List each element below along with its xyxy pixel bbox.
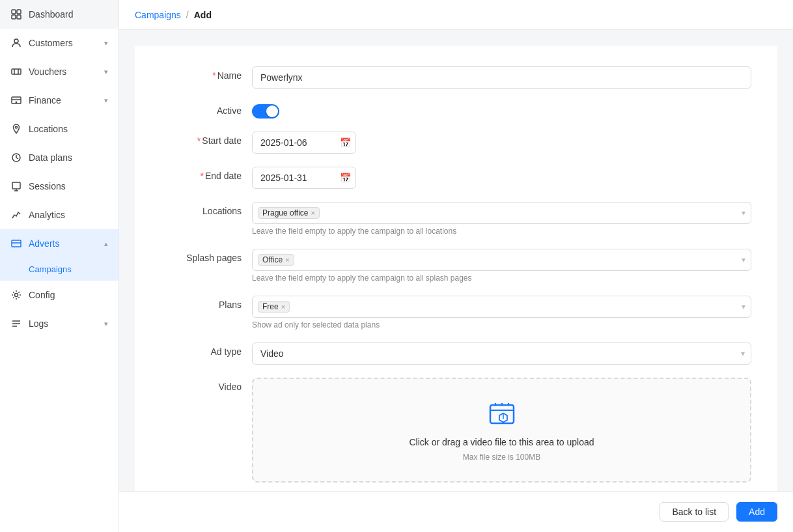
form-row-end-date: *End date 📅 [161, 167, 751, 189]
name-input[interactable] [252, 66, 751, 89]
video-control-wrap: Click or drag a video file to this area … [252, 378, 751, 483]
required-star: * [197, 135, 201, 146]
chevron-down-icon: ▾ [742, 302, 745, 311]
sidebar-item-locations[interactable]: Locations [0, 115, 118, 143]
tag-label: Prague office [262, 208, 309, 217]
ad-type-select[interactable]: Video Image HTML [252, 343, 751, 365]
svg-rect-5 [12, 69, 21, 74]
form-row-name: *Name [161, 66, 751, 89]
svg-rect-2 [12, 15, 16, 19]
tag-remove-icon[interactable]: × [285, 256, 289, 264]
sidebar-sub-item-label: Campaigns [29, 264, 72, 274]
back-to-list-button[interactable]: Back to list [660, 502, 729, 522]
sidebar-item-config[interactable]: Config [0, 281, 118, 309]
sidebar-item-customers[interactable]: Customers ▾ [0, 29, 118, 57]
tag-label: Office [262, 255, 283, 264]
main-content: Campaigns / Add *Name Active [119, 0, 793, 532]
sidebar-item-label: Finance [29, 95, 61, 105]
logs-icon [10, 318, 22, 329]
tag-remove-icon[interactable]: × [281, 303, 285, 311]
ad-type-control-wrap: Video Image HTML ▾ [252, 343, 751, 365]
svg-rect-3 [17, 15, 21, 19]
upload-icon [486, 399, 518, 432]
sidebar-sub-item-campaigns[interactable]: Campaigns [0, 258, 118, 281]
sidebar-item-finance[interactable]: Finance ▾ [0, 86, 118, 115]
svg-rect-1 [17, 10, 21, 14]
end-date-input[interactable] [252, 167, 356, 189]
active-toggle[interactable] [252, 104, 279, 119]
form-row-video: Video Click or drag a video [161, 378, 751, 483]
upload-text: Click or drag a video file to this area … [409, 437, 594, 447]
ad-type-select-wrap: Video Image HTML ▾ [252, 343, 751, 365]
sidebar-item-vouchers[interactable]: Vouchers ▾ [0, 57, 118, 86]
form-row-ad-type: Ad type Video Image HTML ▾ [161, 343, 751, 365]
sidebar-item-logs[interactable]: Logs ▾ [0, 309, 118, 338]
breadcrumb-parent[interactable]: Campaigns [135, 10, 181, 20]
plans-hint: Show ad only for selected data plans [252, 320, 751, 329]
splash-pages-label: Splash pages [161, 249, 252, 263]
form-row-active: Active [161, 102, 751, 119]
splash-pages-select[interactable]: Office × ▾ [252, 249, 751, 271]
tag-label: Free [262, 302, 279, 311]
video-upload-area[interactable]: Click or drag a video file to this area … [252, 378, 751, 483]
ad-type-label: Ad type [161, 343, 252, 357]
svg-rect-0 [12, 10, 16, 14]
sidebar-item-analytics[interactable]: Analytics [0, 201, 118, 229]
vouchers-icon [10, 66, 22, 77]
customers-icon [10, 37, 22, 49]
form-card: *Name Active *Start date [135, 46, 777, 491]
header: Campaigns / Add [119, 0, 793, 30]
location-tag-prague: Prague office × [258, 207, 320, 219]
start-date-label: *Start date [161, 132, 252, 146]
sidebar-item-dashboard[interactable]: Dashboard [0, 0, 118, 29]
splash-page-tag-office: Office × [258, 254, 294, 266]
sidebar-item-label: Sessions [29, 181, 66, 191]
svg-point-7 [16, 102, 18, 104]
end-date-label: *End date [161, 167, 252, 181]
sidebar-item-label: Adverts [29, 238, 59, 249]
name-label: *Name [161, 66, 252, 81]
name-control-wrap [252, 66, 751, 89]
chevron-down-icon: ▾ [104, 96, 108, 105]
config-icon [10, 289, 22, 301]
sidebar-item-label: Vouchers [29, 66, 66, 77]
start-date-control-wrap: 📅 [252, 132, 751, 154]
add-button[interactable]: Add [736, 502, 777, 522]
sidebar-item-data-plans[interactable]: Data plans [0, 143, 118, 172]
chevron-down-icon: ▾ [104, 39, 108, 48]
video-label: Video [161, 378, 252, 392]
required-star: * [212, 70, 216, 81]
sidebar-item-label: Data plans [29, 152, 72, 163]
chevron-down-icon: ▾ [742, 208, 745, 217]
tag-remove-icon[interactable]: × [311, 209, 315, 217]
locations-icon [10, 123, 22, 135]
finance-icon [10, 94, 22, 106]
start-date-input[interactable] [252, 132, 356, 154]
chevron-down-icon: ▾ [742, 255, 745, 264]
plans-select[interactable]: Free × ▾ [252, 296, 751, 318]
locations-label: Locations [161, 202, 252, 216]
upload-subtext: Max file size is 100MB [463, 453, 540, 462]
form-row-locations: Locations Prague office × ▾ Leave the fi… [161, 202, 751, 236]
sidebar-item-label: Dashboard [29, 9, 74, 20]
active-control-wrap [252, 102, 751, 119]
start-date-wrap: 📅 [252, 132, 356, 154]
plans-control-wrap: Free × ▾ Show ad only for selected data … [252, 296, 751, 329]
sidebar-item-label: Config [29, 290, 55, 300]
svg-point-4 [14, 39, 18, 43]
plans-label: Plans [161, 296, 252, 310]
breadcrumb-separator: / [186, 10, 189, 20]
splash-pages-control-wrap: Office × ▾ Leave the field empty to appl… [252, 249, 751, 283]
required-star: * [200, 171, 203, 181]
data-plans-icon [10, 152, 22, 163]
form-row-plans: Plans Free × ▾ Show ad only for selected… [161, 296, 751, 329]
sidebar-item-sessions[interactable]: Sessions [0, 172, 118, 201]
sidebar-item-adverts[interactable]: Adverts ▴ [0, 229, 118, 258]
form-area: *Name Active *Start date [119, 30, 793, 491]
footer: Back to list Add [119, 491, 793, 532]
form-row-start-date: *Start date 📅 [161, 132, 751, 154]
sidebar-item-label: Locations [29, 124, 68, 134]
dashboard-icon [10, 8, 22, 20]
locations-select[interactable]: Prague office × ▾ [252, 202, 751, 224]
chevron-up-icon: ▴ [104, 240, 108, 248]
